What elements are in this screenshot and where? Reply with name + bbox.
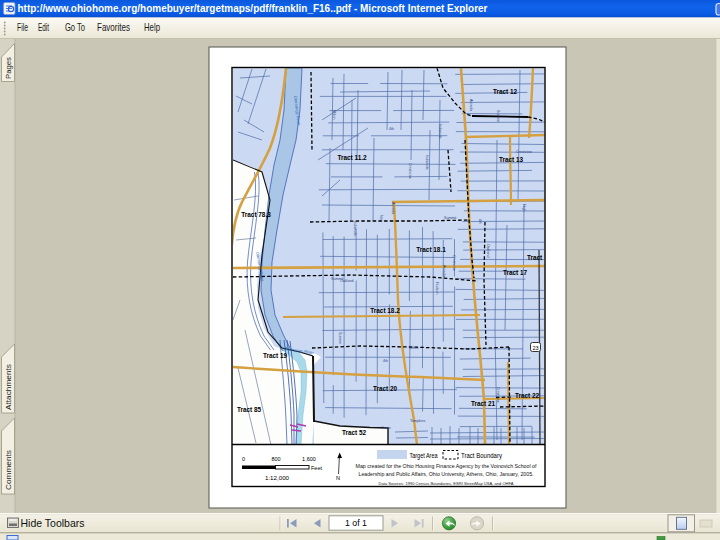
svg-text:Tract 78.3: Tract 78.3 [241,211,271,218]
svg-text:Tompkins: Tompkins [410,419,425,423]
svg-text:Pages: Pages [4,57,13,79]
svg-text:Tract 11.2: Tract 11.2 [337,154,367,161]
svg-text:Map created for the Ohio Housi: Map created for the Ohio Housing Finance… [356,463,538,469]
svg-text:Crestview: Crestview [408,163,412,179]
svg-text:Indianola: Indianola [438,124,442,139]
svg-text:Target Area: Target Area [410,452,438,460]
svg-text:Tract 18.1: Tract 18.1 [416,246,446,253]
svg-text:Tract Boundary: Tract Boundary [461,452,503,460]
svg-text:Go To: Go To [65,21,85,33]
svg-text:Milton: Milton [409,346,419,350]
svg-text:Crestview: Crestview [452,255,456,271]
svg-text:Summit: Summit [338,332,342,344]
svg-text:Hudson: Hudson [435,282,439,294]
svg-text:4th: 4th [478,219,482,224]
svg-text:1 of 1: 1 of 1 [345,518,367,528]
svg-text:Oakland: Oakland [340,279,353,283]
svg-text:Hide Toolbars: Hide Toolbars [21,517,85,529]
svg-text:Summit: Summit [496,110,500,122]
svg-text:Attachments: Attachments [4,364,13,410]
svg-text:Como: Como [381,426,391,430]
svg-text:Edit: Edit [38,21,49,33]
svg-text:Tract 52: Tract 52 [342,429,367,436]
svg-text:http://www.ohiohome.org/homebu: http://www.ohiohome.org/homebuyer/target… [18,3,488,14]
svg-text:N: N [336,475,340,481]
svg-text:Tract 19: Tract 19 [263,352,288,359]
svg-text:Favorites: Favorites [97,21,130,33]
svg-text:Arcadia: Arcadia [469,99,473,111]
svg-text:Summit: Summit [444,216,456,220]
svg-text:File: File [17,21,28,33]
svg-text:Tract 18.2: Tract 18.2 [370,307,400,314]
svg-text:Tract 85: Tract 85 [237,406,262,413]
svg-text:23: 23 [532,345,538,351]
svg-text:Indianola: Indianola [425,155,429,170]
svg-text:1:12,000: 1:12,000 [265,474,290,481]
svg-text:Neil: Neil [379,215,383,221]
svg-text:Tract 12: Tract 12 [493,88,518,95]
svg-text:High: High [522,204,526,211]
svg-text:Tract 21: Tract 21 [471,400,496,407]
svg-text:Arcadia: Arcadia [442,265,446,277]
svg-text:Crestview: Crestview [496,387,500,403]
svg-text:Tract 22: Tract 22 [515,392,540,399]
svg-text:Milton: Milton [332,110,336,120]
svg-text:1,600: 1,600 [302,456,316,462]
svg-text:Arcadia: Arcadia [391,202,395,214]
svg-text:Help: Help [144,21,160,33]
svg-text:Leadership and Public Affairs,: Leadership and Public Affairs, Ohio Univ… [359,471,534,477]
svg-text:4th: 4th [383,359,388,363]
svg-text:Tract 13: Tract 13 [499,156,524,163]
svg-text:Crestview: Crestview [516,150,532,154]
svg-text:Tract 17: Tract 17 [503,269,528,276]
svg-text:0: 0 [242,456,245,462]
svg-text:Comments: Comments [4,450,13,490]
svg-text:Feet: Feet [311,465,322,471]
svg-text:Tract 20: Tract 20 [373,385,398,392]
svg-text:Data Sources: 1990 Census Boun: Data Sources: 1990 Census Boundaries, ES… [379,481,514,486]
svg-text:Indianola: Indianola [353,221,357,236]
svg-text:Oakland: Oakland [486,244,490,257]
svg-text:800: 800 [271,456,280,462]
svg-text:4th: 4th [389,127,394,131]
